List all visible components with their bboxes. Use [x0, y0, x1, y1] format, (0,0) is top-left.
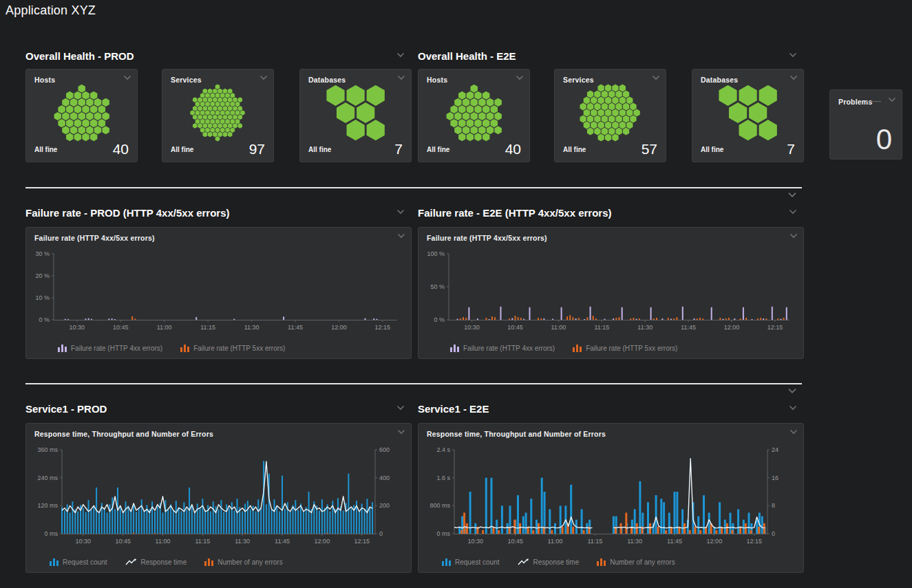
honeycomb-chart: [418, 85, 529, 141]
svg-text:30 %: 30 %: [35, 250, 50, 257]
status-text: All fine: [701, 146, 723, 153]
bar-series-icon: [204, 558, 213, 566]
legend-item[interactable]: Failure rate (HTTP 5xx errors): [180, 344, 285, 352]
svg-text:11:45: 11:45: [667, 538, 682, 545]
section-header-service1-e2e: Service1 - E2E: [418, 403, 804, 417]
svg-text:11:30: 11:30: [235, 538, 250, 545]
legend-item[interactable]: Failure rate (HTTP 4xx errors): [450, 344, 555, 352]
bar-series-icon: [58, 344, 67, 352]
svg-text:10:45: 10:45: [507, 324, 523, 331]
chart-tile-service1-e2e[interactable]: Response time, Throughput and Number of …: [418, 423, 804, 573]
status-text: All fine: [308, 146, 331, 153]
chevron-down-icon[interactable]: [397, 429, 405, 435]
svg-text:1.6 s: 1.6 s: [436, 475, 450, 481]
failure-rate-chart-e2e: 0 %50 %100 %10:3010:4511:0011:1511:3011:…: [427, 248, 795, 334]
status-text: All fine: [34, 146, 57, 153]
chevron-down-icon[interactable]: [789, 75, 798, 80]
chevron-down-icon[interactable]: [787, 192, 797, 198]
status-text: All fine: [563, 146, 586, 153]
svg-text:12:15: 12:15: [354, 538, 370, 545]
svg-text:12:00: 12:00: [707, 538, 723, 545]
service-metrics-chart-prod: 0 ms120 ms240 ms360 ms020040060010:3010:…: [34, 444, 403, 547]
svg-text:0: 0: [772, 530, 775, 537]
chevron-down-icon[interactable]: [396, 52, 405, 58]
svg-text:0 ms: 0 ms: [436, 530, 450, 537]
failure-rate-chart-prod: 0 %10 %20 %30 %10:3010:4511:0011:1511:30…: [34, 248, 403, 334]
mini-trend-line: [866, 101, 881, 102]
legend-item[interactable]: Response time: [518, 558, 580, 566]
bar-series-icon: [573, 344, 582, 352]
health-tile-databases-e2e[interactable]: Databases All fine 7: [692, 69, 804, 162]
svg-text:10:30: 10:30: [468, 538, 484, 545]
bar-series-icon: [450, 344, 459, 352]
chevron-down-icon[interactable]: [397, 75, 405, 80]
chart-legend: Request countResponse timeNumber of any …: [442, 558, 675, 566]
chevron-down-icon[interactable]: [652, 75, 660, 80]
chevron-down-icon[interactable]: [789, 429, 798, 435]
svg-text:12:15: 12:15: [767, 324, 783, 331]
problems-tile[interactable]: Problems 0: [829, 89, 902, 160]
svg-text:12:00: 12:00: [331, 324, 347, 331]
health-tile-hosts-e2e[interactable]: Hosts All fine 40: [418, 69, 530, 162]
svg-text:12:00: 12:00: [315, 538, 330, 545]
chart-tile-service1-prod[interactable]: Response time, Throughput and Number of …: [25, 423, 412, 573]
legend-item[interactable]: Request count: [50, 558, 107, 566]
svg-text:11:15: 11:15: [587, 538, 602, 545]
legend-item[interactable]: Failure rate (HTTP 4xx errors): [58, 344, 162, 352]
svg-text:10:30: 10:30: [70, 324, 85, 331]
chart-tile-failure-prod[interactable]: Failure rate (HTTP 4xx/5xx errors) 0 %10…: [25, 227, 412, 359]
section-title: Service1 - E2E: [418, 403, 489, 415]
chevron-down-icon[interactable]: [516, 75, 524, 80]
chevron-down-icon[interactable]: [888, 97, 896, 102]
chevron-down-icon[interactable]: [789, 405, 797, 411]
legend-label: Number of any errors: [610, 558, 675, 566]
health-tile-databases-prod[interactable]: Databases All fine 7: [299, 69, 412, 162]
legend-item[interactable]: Number of any errors: [204, 558, 282, 566]
chevron-down-icon[interactable]: [396, 405, 405, 411]
section-title: Overall Health - PROD: [25, 50, 134, 62]
legend-item[interactable]: Response time: [125, 558, 187, 566]
line-series-icon: [518, 558, 529, 566]
legend-item[interactable]: Request count: [442, 558, 500, 566]
svg-text:240 ms: 240 ms: [37, 475, 58, 481]
svg-text:16: 16: [772, 475, 778, 481]
svg-text:11:00: 11:00: [551, 324, 566, 331]
section-title: Failure rate - PROD (HTTP 4xx/5xx errors…: [25, 207, 230, 219]
chart-title: Response time, Throughput and Number of …: [427, 430, 606, 438]
svg-text:0 %: 0 %: [434, 316, 445, 323]
section-header-overall-health-e2e: Overall Health - E2E: [418, 50, 804, 64]
chevron-down-icon[interactable]: [787, 388, 797, 394]
svg-text:10:45: 10:45: [113, 324, 129, 331]
chevron-down-icon[interactable]: [123, 75, 131, 80]
legend-label: Failure rate (HTTP 4xx errors): [463, 345, 555, 352]
svg-text:0 ms: 0 ms: [44, 530, 58, 537]
chart-tile-failure-e2e[interactable]: Failure rate (HTTP 4xx/5xx errors) 0 %50…: [418, 227, 804, 359]
legend-label: Failure rate (HTTP 5xx errors): [586, 345, 677, 352]
honeycomb-chart: [555, 85, 666, 141]
svg-text:11:00: 11:00: [156, 538, 171, 545]
health-tile-hosts-prod[interactable]: Hosts All fine 40: [25, 69, 138, 162]
chevron-down-icon[interactable]: [396, 209, 405, 215]
section-divider: [25, 383, 802, 384]
health-tile-services-e2e[interactable]: Services All fine 57: [554, 69, 666, 162]
svg-text:11:00: 11:00: [157, 324, 172, 331]
chart-legend: Failure rate (HTTP 4xx errors)Failure ra…: [450, 344, 677, 352]
chevron-down-icon[interactable]: [397, 233, 405, 239]
legend-item[interactable]: Failure rate (HTTP 5xx errors): [573, 344, 677, 352]
chevron-down-icon[interactable]: [789, 209, 797, 215]
svg-text:2.4 s: 2.4 s: [436, 446, 450, 453]
chevron-down-icon[interactable]: [789, 233, 798, 239]
svg-text:24: 24: [772, 446, 778, 453]
legend-item[interactable]: Number of any errors: [597, 558, 675, 566]
chart-title: Response time, Throughput and Number of …: [34, 430, 213, 438]
legend-label: Number of any errors: [218, 558, 282, 566]
status-text: All fine: [427, 146, 449, 153]
chevron-down-icon[interactable]: [789, 52, 797, 58]
health-tile-services-prod[interactable]: Services All fine 97: [162, 69, 274, 162]
svg-text:11:00: 11:00: [548, 538, 563, 545]
legend-label: Failure rate (HTTP 5xx errors): [193, 345, 285, 352]
bar-series-icon: [442, 558, 451, 566]
bar-series-icon: [50, 558, 59, 566]
svg-text:12:15: 12:15: [746, 538, 762, 545]
chevron-down-icon[interactable]: [259, 75, 268, 80]
